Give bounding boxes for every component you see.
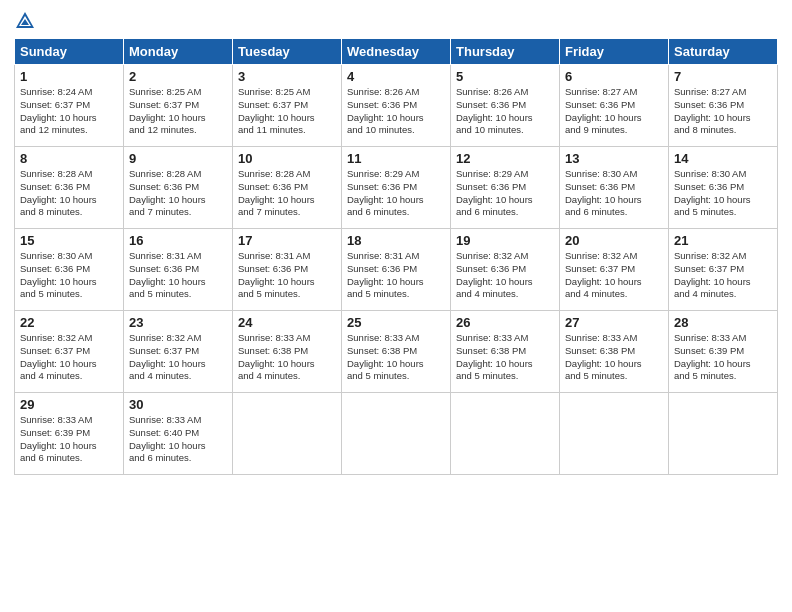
calendar-day-19: 19Sunrise: 8:32 AM Sunset: 6:36 PM Dayli… xyxy=(451,229,560,311)
calendar-day-27: 27Sunrise: 8:33 AM Sunset: 6:38 PM Dayli… xyxy=(560,311,669,393)
day-number: 10 xyxy=(238,151,336,166)
day-number: 29 xyxy=(20,397,118,412)
day-info: Sunrise: 8:33 AM Sunset: 6:38 PM Dayligh… xyxy=(347,332,445,383)
calendar-day-11: 11Sunrise: 8:29 AM Sunset: 6:36 PM Dayli… xyxy=(342,147,451,229)
day-number: 25 xyxy=(347,315,445,330)
day-info: Sunrise: 8:30 AM Sunset: 6:36 PM Dayligh… xyxy=(565,168,663,219)
day-number: 17 xyxy=(238,233,336,248)
day-info: Sunrise: 8:26 AM Sunset: 6:36 PM Dayligh… xyxy=(456,86,554,137)
day-number: 3 xyxy=(238,69,336,84)
day-info: Sunrise: 8:30 AM Sunset: 6:36 PM Dayligh… xyxy=(20,250,118,301)
calendar-day-2: 2Sunrise: 8:25 AM Sunset: 6:37 PM Daylig… xyxy=(124,65,233,147)
weekday-header-thursday: Thursday xyxy=(451,39,560,65)
day-info: Sunrise: 8:33 AM Sunset: 6:39 PM Dayligh… xyxy=(20,414,118,465)
calendar-day-7: 7Sunrise: 8:27 AM Sunset: 6:36 PM Daylig… xyxy=(669,65,778,147)
day-info: Sunrise: 8:27 AM Sunset: 6:36 PM Dayligh… xyxy=(565,86,663,137)
calendar-day-4: 4Sunrise: 8:26 AM Sunset: 6:36 PM Daylig… xyxy=(342,65,451,147)
day-number: 14 xyxy=(674,151,772,166)
day-number: 23 xyxy=(129,315,227,330)
day-info: Sunrise: 8:31 AM Sunset: 6:36 PM Dayligh… xyxy=(347,250,445,301)
day-number: 6 xyxy=(565,69,663,84)
calendar-day-28: 28Sunrise: 8:33 AM Sunset: 6:39 PM Dayli… xyxy=(669,311,778,393)
calendar-day-30: 30Sunrise: 8:33 AM Sunset: 6:40 PM Dayli… xyxy=(124,393,233,475)
day-info: Sunrise: 8:32 AM Sunset: 6:36 PM Dayligh… xyxy=(456,250,554,301)
day-info: Sunrise: 8:31 AM Sunset: 6:36 PM Dayligh… xyxy=(238,250,336,301)
day-info: Sunrise: 8:29 AM Sunset: 6:36 PM Dayligh… xyxy=(456,168,554,219)
day-number: 13 xyxy=(565,151,663,166)
empty-cell xyxy=(233,393,342,475)
day-info: Sunrise: 8:32 AM Sunset: 6:37 PM Dayligh… xyxy=(20,332,118,383)
day-number: 4 xyxy=(347,69,445,84)
day-number: 7 xyxy=(674,69,772,84)
day-info: Sunrise: 8:25 AM Sunset: 6:37 PM Dayligh… xyxy=(129,86,227,137)
weekday-header-monday: Monday xyxy=(124,39,233,65)
day-number: 20 xyxy=(565,233,663,248)
weekday-header-wednesday: Wednesday xyxy=(342,39,451,65)
day-number: 30 xyxy=(129,397,227,412)
logo xyxy=(14,10,40,32)
calendar-day-9: 9Sunrise: 8:28 AM Sunset: 6:36 PM Daylig… xyxy=(124,147,233,229)
day-number: 8 xyxy=(20,151,118,166)
calendar-table: SundayMondayTuesdayWednesdayThursdayFrid… xyxy=(14,38,778,475)
calendar-day-22: 22Sunrise: 8:32 AM Sunset: 6:37 PM Dayli… xyxy=(15,311,124,393)
weekday-header-saturday: Saturday xyxy=(669,39,778,65)
calendar-day-25: 25Sunrise: 8:33 AM Sunset: 6:38 PM Dayli… xyxy=(342,311,451,393)
day-info: Sunrise: 8:33 AM Sunset: 6:38 PM Dayligh… xyxy=(456,332,554,383)
day-number: 28 xyxy=(674,315,772,330)
day-number: 18 xyxy=(347,233,445,248)
calendar-day-6: 6Sunrise: 8:27 AM Sunset: 6:36 PM Daylig… xyxy=(560,65,669,147)
day-number: 16 xyxy=(129,233,227,248)
day-number: 11 xyxy=(347,151,445,166)
empty-cell xyxy=(669,393,778,475)
calendar-day-23: 23Sunrise: 8:32 AM Sunset: 6:37 PM Dayli… xyxy=(124,311,233,393)
calendar-day-12: 12Sunrise: 8:29 AM Sunset: 6:36 PM Dayli… xyxy=(451,147,560,229)
calendar-day-21: 21Sunrise: 8:32 AM Sunset: 6:37 PM Dayli… xyxy=(669,229,778,311)
calendar-day-17: 17Sunrise: 8:31 AM Sunset: 6:36 PM Dayli… xyxy=(233,229,342,311)
day-info: Sunrise: 8:33 AM Sunset: 6:38 PM Dayligh… xyxy=(565,332,663,383)
weekday-header-sunday: Sunday xyxy=(15,39,124,65)
empty-cell xyxy=(560,393,669,475)
day-info: Sunrise: 8:24 AM Sunset: 6:37 PM Dayligh… xyxy=(20,86,118,137)
day-number: 15 xyxy=(20,233,118,248)
day-info: Sunrise: 8:30 AM Sunset: 6:36 PM Dayligh… xyxy=(674,168,772,219)
day-info: Sunrise: 8:31 AM Sunset: 6:36 PM Dayligh… xyxy=(129,250,227,301)
day-number: 26 xyxy=(456,315,554,330)
day-info: Sunrise: 8:33 AM Sunset: 6:38 PM Dayligh… xyxy=(238,332,336,383)
calendar-day-3: 3Sunrise: 8:25 AM Sunset: 6:37 PM Daylig… xyxy=(233,65,342,147)
weekday-header-friday: Friday xyxy=(560,39,669,65)
day-info: Sunrise: 8:32 AM Sunset: 6:37 PM Dayligh… xyxy=(129,332,227,383)
empty-cell xyxy=(451,393,560,475)
day-info: Sunrise: 8:28 AM Sunset: 6:36 PM Dayligh… xyxy=(20,168,118,219)
calendar-day-20: 20Sunrise: 8:32 AM Sunset: 6:37 PM Dayli… xyxy=(560,229,669,311)
day-info: Sunrise: 8:25 AM Sunset: 6:37 PM Dayligh… xyxy=(238,86,336,137)
day-number: 27 xyxy=(565,315,663,330)
calendar-day-13: 13Sunrise: 8:30 AM Sunset: 6:36 PM Dayli… xyxy=(560,147,669,229)
day-number: 12 xyxy=(456,151,554,166)
calendar-day-16: 16Sunrise: 8:31 AM Sunset: 6:36 PM Dayli… xyxy=(124,229,233,311)
weekday-header-tuesday: Tuesday xyxy=(233,39,342,65)
day-number: 22 xyxy=(20,315,118,330)
day-info: Sunrise: 8:28 AM Sunset: 6:36 PM Dayligh… xyxy=(238,168,336,219)
day-info: Sunrise: 8:29 AM Sunset: 6:36 PM Dayligh… xyxy=(347,168,445,219)
day-info: Sunrise: 8:33 AM Sunset: 6:40 PM Dayligh… xyxy=(129,414,227,465)
day-number: 2 xyxy=(129,69,227,84)
day-info: Sunrise: 8:33 AM Sunset: 6:39 PM Dayligh… xyxy=(674,332,772,383)
day-info: Sunrise: 8:28 AM Sunset: 6:36 PM Dayligh… xyxy=(129,168,227,219)
day-number: 21 xyxy=(674,233,772,248)
day-number: 5 xyxy=(456,69,554,84)
calendar-day-15: 15Sunrise: 8:30 AM Sunset: 6:36 PM Dayli… xyxy=(15,229,124,311)
day-number: 19 xyxy=(456,233,554,248)
calendar-day-1: 1Sunrise: 8:24 AM Sunset: 6:37 PM Daylig… xyxy=(15,65,124,147)
day-info: Sunrise: 8:27 AM Sunset: 6:36 PM Dayligh… xyxy=(674,86,772,137)
day-info: Sunrise: 8:32 AM Sunset: 6:37 PM Dayligh… xyxy=(674,250,772,301)
logo-icon xyxy=(14,10,36,32)
day-number: 9 xyxy=(129,151,227,166)
empty-cell xyxy=(342,393,451,475)
day-info: Sunrise: 8:26 AM Sunset: 6:36 PM Dayligh… xyxy=(347,86,445,137)
calendar-day-10: 10Sunrise: 8:28 AM Sunset: 6:36 PM Dayli… xyxy=(233,147,342,229)
calendar-day-5: 5Sunrise: 8:26 AM Sunset: 6:36 PM Daylig… xyxy=(451,65,560,147)
day-number: 24 xyxy=(238,315,336,330)
calendar-day-14: 14Sunrise: 8:30 AM Sunset: 6:36 PM Dayli… xyxy=(669,147,778,229)
day-info: Sunrise: 8:32 AM Sunset: 6:37 PM Dayligh… xyxy=(565,250,663,301)
calendar-day-18: 18Sunrise: 8:31 AM Sunset: 6:36 PM Dayli… xyxy=(342,229,451,311)
